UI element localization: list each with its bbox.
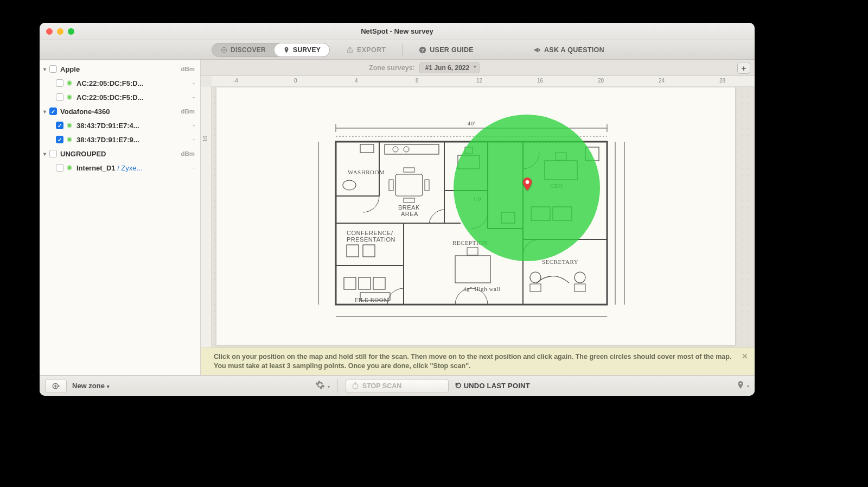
- svg-point-52: [575, 272, 585, 283]
- undo-last-point-button[interactable]: UNDO LAST POINT: [454, 382, 530, 390]
- close-hint-button[interactable]: ✕: [742, 351, 748, 362]
- dbm-value: -: [193, 93, 195, 101]
- traffic-lights: [46, 28, 74, 35]
- group-checkbox[interactable]: [49, 150, 57, 157]
- dbm-value: -: [193, 136, 195, 143]
- svg-rect-37: [344, 277, 356, 289]
- titlebar: NetSpot - New survey: [40, 23, 755, 40]
- main-split: ▾ Apple dBm AC:22:05:DC:F5:D... - AC:22:…: [40, 60, 755, 375]
- map-viewport[interactable]: 40': [212, 87, 755, 347]
- toolbar-separator: [402, 44, 403, 56]
- ruler-tick: 12: [476, 78, 482, 84]
- chevron-down-icon[interactable]: ▾: [40, 109, 49, 115]
- svg-text:CONFERENCE/PRESENTATION: CONFERENCE/PRESENTATION: [347, 230, 395, 243]
- signal-indicator-icon: [67, 94, 72, 100]
- svg-rect-43: [455, 256, 490, 283]
- user-guide-button[interactable]: ? USER GUIDE: [419, 46, 474, 54]
- minimize-window-button[interactable]: [57, 28, 63, 35]
- ruler-vertical: 16: [201, 87, 212, 347]
- signal-indicator-icon: [67, 165, 72, 170]
- network-checkbox[interactable]: [56, 79, 63, 87]
- discover-tab[interactable]: DISCOVER: [212, 43, 275, 56]
- dbm-header: dBm: [181, 66, 195, 72]
- ruler-tick: -4: [233, 78, 238, 84]
- svg-text:FILE ROOM: FILE ROOM: [355, 296, 389, 303]
- svg-text:?: ?: [421, 47, 424, 53]
- ruler-tick: 28: [719, 78, 725, 84]
- svg-rect-44: [467, 248, 478, 255]
- ask-question-button[interactable]: ASK A QUESTION: [533, 46, 604, 54]
- network-checkbox[interactable]: [56, 136, 63, 143]
- svg-rect-54: [575, 284, 585, 292]
- network-row[interactable]: AC:22:05:DC:F5:D... -: [40, 76, 200, 90]
- zoom-window-button[interactable]: [68, 28, 74, 35]
- chevron-down-icon[interactable]: ▾: [40, 66, 49, 72]
- group-name: Vodafone-4360: [60, 107, 181, 116]
- export-button[interactable]: EXPORT: [346, 46, 386, 54]
- window-title: NetSpot - New survey: [40, 27, 755, 35]
- svg-rect-27: [395, 174, 423, 196]
- instruction-banner: Click on your position on the map and ho…: [201, 347, 755, 375]
- svg-rect-36: [363, 245, 375, 257]
- survey-tab[interactable]: SURVEY: [275, 43, 329, 56]
- svg-rect-31: [404, 198, 414, 203]
- network-row[interactable]: 38:43:7D:91:E7:4... -: [40, 118, 200, 132]
- svg-rect-35: [347, 245, 359, 257]
- group-checkbox[interactable]: [49, 65, 57, 73]
- sidebar-settings-button[interactable]: ▾: [315, 380, 329, 392]
- ruler-tick: 16: [202, 136, 208, 142]
- ruler-tick: 8: [416, 78, 419, 84]
- network-row[interactable]: Internet_D1 / Zyxe... -: [40, 161, 200, 175]
- zone-surveys-label: Zone surveys:: [369, 64, 415, 72]
- network-mac: 38:43:7D:91:E7:4...: [76, 122, 193, 130]
- locate-button[interactable]: ▾: [736, 381, 749, 391]
- toolbar: DISCOVER SURVEY EXPORT ? USER GUIDE: [40, 40, 755, 60]
- svg-rect-29: [425, 180, 429, 191]
- dbm-header: dBm: [181, 108, 195, 115]
- help-icon: ?: [419, 46, 426, 54]
- network-mac: AC:22:05:DC:F5:D...: [76, 93, 193, 102]
- svg-point-72: [739, 382, 741, 384]
- svg-point-51: [530, 272, 541, 283]
- add-zone-button[interactable]: [45, 379, 67, 393]
- network-group-header[interactable]: ▾ Vodafone-4360 dBm: [40, 104, 200, 118]
- new-zone-dropdown[interactable]: New zone ▾: [72, 382, 110, 390]
- network-checkbox[interactable]: [56, 164, 63, 172]
- ruler-tick: 16: [537, 78, 543, 84]
- megaphone-icon: [533, 46, 541, 54]
- scan-point-pin[interactable]: [522, 178, 532, 191]
- group-checkbox[interactable]: [49, 107, 57, 115]
- survey-selector[interactable]: #1 Jun 6, 2022: [419, 62, 480, 73]
- stop-scan-button[interactable]: STOP SCAN: [346, 379, 449, 393]
- svg-rect-26: [360, 144, 374, 153]
- network-checkbox[interactable]: [56, 93, 63, 101]
- zone-surveys-bar: Zone surveys: #1 Jun 6, 2022 +: [201, 60, 755, 76]
- dbm-header: dBm: [181, 150, 195, 157]
- network-mac: Internet_D1 / Zyxe...: [76, 164, 193, 172]
- network-group-header[interactable]: ▾ UNGROUPED dBm: [40, 147, 200, 161]
- add-survey-button[interactable]: +: [737, 62, 750, 74]
- dimension-width: 40': [468, 120, 475, 127]
- close-window-button[interactable]: [46, 28, 53, 35]
- svg-rect-38: [359, 277, 371, 289]
- chevron-down-icon[interactable]: ▾: [40, 151, 49, 157]
- network-checkbox[interactable]: [56, 122, 63, 129]
- ruler-horizontal: -40481216202428: [212, 76, 755, 87]
- ruler-tick: 24: [659, 78, 665, 84]
- mode-segmented-control: DISCOVER SURVEY: [212, 43, 330, 57]
- network-row[interactable]: 38:43:7D:91:E7:9... -: [40, 132, 200, 147]
- group-name: Apple: [60, 65, 181, 73]
- svg-point-34: [404, 147, 409, 152]
- ruler-tick: 20: [598, 78, 604, 84]
- svg-point-1: [224, 49, 225, 50]
- network-row[interactable]: AC:22:05:DC:F5:D... -: [40, 90, 200, 104]
- group-name: UNGROUPED: [60, 150, 181, 158]
- dbm-value: -: [193, 122, 195, 129]
- network-group-header[interactable]: ▾ Apple dBm: [40, 62, 200, 76]
- signal-indicator-icon: [67, 80, 72, 86]
- ruler-tick: 4: [355, 78, 358, 84]
- floorplan-paper: 40': [216, 87, 736, 345]
- canvas-area: Zone surveys: #1 Jun 6, 2022 + -40481216…: [201, 60, 755, 375]
- networks-sidebar[interactable]: ▾ Apple dBm AC:22:05:DC:F5:D... - AC:22:…: [40, 60, 201, 375]
- network-mac: AC:22:05:DC:F5:D...: [76, 79, 193, 87]
